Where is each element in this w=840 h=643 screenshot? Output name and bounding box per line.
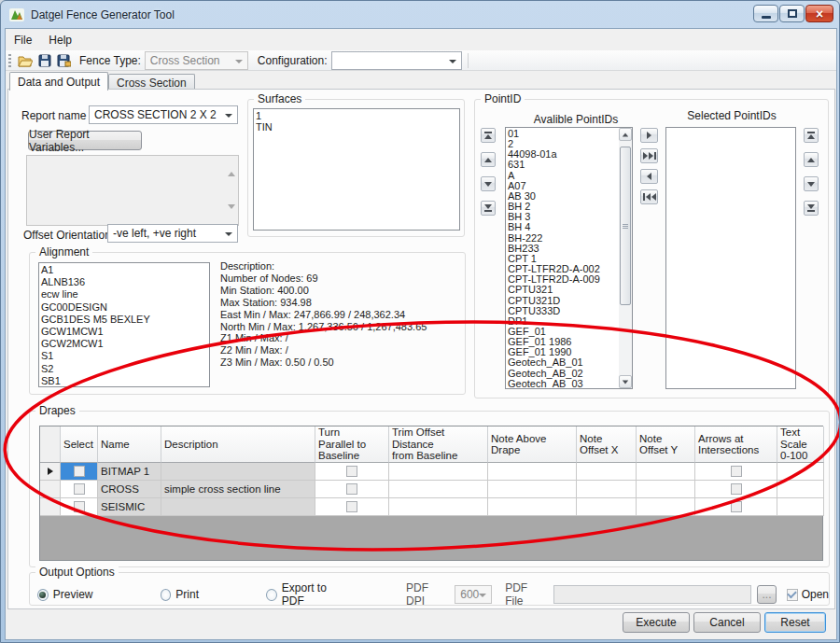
- note-offset-x-cell[interactable]: [577, 498, 637, 516]
- save-icon[interactable]: [36, 53, 52, 68]
- close-button[interactable]: ×: [805, 5, 833, 22]
- description-cell[interactable]: [161, 498, 315, 516]
- list-item[interactable]: GC00DESIGN: [41, 301, 209, 314]
- text-scale-cell[interactable]: [777, 463, 824, 481]
- list-item[interactable]: 1: [256, 110, 459, 121]
- note-offset-y-cell[interactable]: [637, 498, 695, 516]
- list-item[interactable]: BH 4: [508, 222, 632, 232]
- turn-parallel-cell[interactable]: [315, 481, 389, 498]
- fence-type-combobox[interactable]: Cross Section: [145, 51, 248, 70]
- scroll-up-button[interactable]: [619, 128, 632, 141]
- note-offset-x-cell[interactable]: [577, 463, 637, 481]
- maximize-button[interactable]: [779, 5, 805, 22]
- column-header-description[interactable]: Description: [161, 426, 315, 463]
- text-scale-cell[interactable]: [777, 498, 824, 516]
- select-cell[interactable]: [61, 481, 98, 498]
- pdf-file-input[interactable]: [553, 585, 751, 604]
- selected-move-down-button[interactable]: [804, 176, 819, 191]
- move-right-button[interactable]: [640, 128, 658, 143]
- tab-data-and-output[interactable]: Data and Output: [9, 72, 108, 91]
- note-offset-y-cell[interactable]: [637, 463, 695, 481]
- column-header-name[interactable]: Name: [98, 426, 161, 463]
- minimize-button[interactable]: [753, 5, 778, 22]
- export-pdf-radio[interactable]: [266, 589, 277, 601]
- column-header-turn-parallel[interactable]: Turn Parallel to Baseline: [315, 426, 389, 463]
- report-notes-textarea[interactable]: [26, 155, 239, 226]
- list-item[interactable]: A1: [41, 264, 209, 276]
- report-name-combobox[interactable]: CROSS SECTION 2 X 2: [89, 105, 238, 124]
- list-item[interactable]: Geotech_AB_03: [508, 379, 632, 389]
- title-bar[interactable]: Datgel Fence Generator Tool ×: [1, 1, 839, 29]
- list-item[interactable]: TIN: [256, 121, 459, 133]
- note-offset-y-cell[interactable]: [637, 481, 695, 498]
- note-above-cell[interactable]: [488, 463, 577, 481]
- list-item[interactable]: GCW2MCW1: [41, 338, 209, 350]
- turn-parallel-checkbox[interactable]: [346, 483, 357, 495]
- trim-offset-cell[interactable]: [389, 463, 488, 481]
- list-item[interactable]: GCB1DES M5 BEXLEY: [41, 314, 209, 326]
- list-item[interactable]: S2: [41, 363, 209, 375]
- turn-parallel-cell[interactable]: [315, 498, 389, 516]
- note-above-cell[interactable]: [488, 481, 577, 498]
- row-header-cell[interactable]: [40, 463, 61, 481]
- surfaces-listbox[interactable]: 1 TIN: [253, 108, 460, 231]
- list-item[interactable]: 631: [508, 160, 632, 170]
- column-header-note-offset-x[interactable]: Note Offset X: [577, 426, 637, 463]
- select-checkbox[interactable]: [74, 466, 85, 477]
- selected-pointids-listbox[interactable]: [665, 127, 796, 389]
- list-item[interactable]: CPTU321: [508, 285, 632, 295]
- column-header-note-offset-y[interactable]: Note Offset Y: [637, 426, 695, 463]
- turn-parallel-cell[interactable]: [315, 463, 389, 481]
- description-cell[interactable]: [161, 463, 315, 481]
- arrows-checkbox[interactable]: [731, 466, 742, 477]
- print-radio[interactable]: [161, 589, 172, 601]
- select-cell[interactable]: [61, 463, 98, 481]
- list-item[interactable]: Geotech_AB_01: [508, 357, 632, 368]
- list-item[interactable]: ALNB136: [41, 276, 209, 288]
- available-pointids-listbox[interactable]: 01 2 44098-01a 631 A A07 AB 30 BH 2 BH 3…: [505, 127, 633, 389]
- selected-move-bottom-button[interactable]: [804, 201, 819, 216]
- list-item[interactable]: GCW1MCW1: [41, 326, 209, 338]
- reset-button[interactable]: Reset: [764, 612, 826, 633]
- trim-offset-cell[interactable]: [389, 481, 488, 498]
- configuration-combobox[interactable]: [331, 51, 462, 70]
- selected-move-up-button[interactable]: [804, 152, 819, 167]
- browse-button[interactable]: ...: [757, 585, 777, 604]
- row-header-cell[interactable]: [40, 481, 61, 498]
- select-checkbox[interactable]: [74, 483, 85, 495]
- list-item[interactable]: S1: [41, 350, 209, 362]
- offset-orientation-combobox[interactable]: -ve left, +ve right: [107, 224, 238, 243]
- scroll-thumb[interactable]: [620, 147, 631, 305]
- arrows-cell[interactable]: [695, 498, 777, 516]
- menu-help[interactable]: Help: [40, 31, 80, 49]
- list-item[interactable]: CPTU321D: [508, 296, 632, 306]
- list-item[interactable]: 44098-01a: [508, 149, 632, 160]
- pdf-dpi-combobox[interactable]: 600: [455, 585, 492, 604]
- column-header-select[interactable]: Select: [61, 426, 98, 463]
- column-header-note-above[interactable]: Note Above Drape: [488, 426, 577, 463]
- arrows-cell[interactable]: [695, 463, 777, 481]
- save-as-icon[interactable]: [56, 53, 72, 68]
- arrows-cell[interactable]: [695, 481, 777, 498]
- select-cell[interactable]: [61, 498, 98, 516]
- column-header-trim-offset[interactable]: Trim Offset Distance from Baseline: [389, 426, 488, 463]
- column-header-text-scale[interactable]: Text Scale 0-100: [777, 426, 824, 463]
- move-left-button[interactable]: [640, 169, 658, 184]
- open-checkbox[interactable]: [787, 589, 798, 601]
- execute-button[interactable]: Execute: [623, 612, 690, 633]
- available-move-bottom-button[interactable]: [481, 201, 496, 216]
- turn-parallel-checkbox[interactable]: [346, 501, 357, 512]
- available-move-up-button[interactable]: [481, 152, 496, 167]
- note-offset-x-cell[interactable]: [577, 481, 637, 498]
- move-all-right-button[interactable]: [640, 148, 658, 163]
- user-report-variables-button[interactable]: User Report Variables...: [28, 131, 142, 150]
- text-scale-cell[interactable]: [777, 481, 824, 498]
- arrows-checkbox[interactable]: [731, 483, 742, 495]
- move-all-left-button[interactable]: [640, 189, 658, 204]
- list-item[interactable]: ecw line: [41, 288, 209, 301]
- turn-parallel-checkbox[interactable]: [346, 466, 357, 477]
- toolbar-grip[interactable]: [8, 54, 11, 67]
- row-header-cell[interactable]: [40, 498, 61, 516]
- list-item[interactable]: SB1: [41, 375, 209, 387]
- note-above-cell[interactable]: [488, 498, 577, 516]
